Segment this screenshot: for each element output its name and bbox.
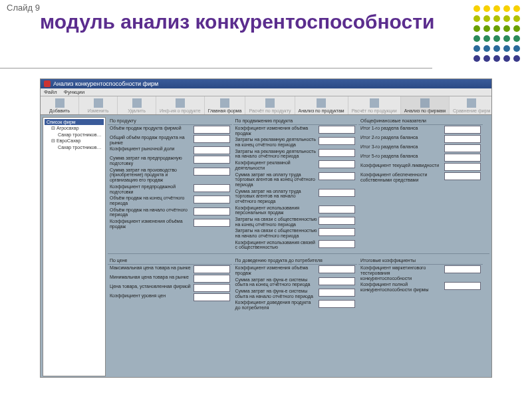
- toolbar-Главная форма[interactable]: Главная форма: [205, 96, 246, 114]
- field-input[interactable]: [319, 289, 355, 297]
- field-input[interactable]: [194, 284, 230, 292]
- field-label: Коэффициент текущей ликвидности: [360, 163, 443, 168]
- field-label: Итог 5-го раздела баланса: [360, 154, 443, 159]
- form-field: Затраты на рекламную деятельность на кон…: [233, 136, 358, 148]
- form-field: Сумма затрат на функ-е системы сбыта на …: [233, 277, 358, 288]
- toolbar-Расчёт по продукции: Расчёт по продукции: [348, 96, 401, 114]
- field-input[interactable]: [194, 168, 230, 176]
- field-label: Коэффициент уровня цен: [110, 293, 192, 299]
- field-input[interactable]: [319, 277, 355, 285]
- field-input[interactable]: [194, 207, 230, 215]
- field-input[interactable]: [319, 228, 355, 236]
- field-label: Сумма затрат на предпродажную подготовку: [110, 156, 192, 166]
- field-label: Сумма затрат на оплату труда торговых аг…: [235, 172, 318, 188]
- form-field: Коэффициент изменения объёма продаж: [233, 265, 358, 276]
- tree-node[interactable]: ⊟ ЕвроСахар: [45, 138, 104, 144]
- field-label: Коэффициент полной конкурентоспособности…: [360, 282, 443, 292]
- field-input[interactable]: [319, 205, 355, 213]
- form-field: Сумма затрат на производство (приобретен…: [108, 167, 232, 184]
- toolbar-icon: [265, 98, 275, 108]
- form-field: Коэффициент уровня цен: [108, 293, 232, 302]
- field-input[interactable]: [444, 282, 481, 290]
- field-input[interactable]: [194, 135, 230, 143]
- field-label: Затраты на рекламную деятельность на нач…: [235, 149, 318, 159]
- section-header: Общефинансовые показатели: [358, 117, 483, 125]
- form-field: Итог 2-го раздела баланса: [358, 134, 483, 144]
- field-label: Коэффициент изменения объёма продаж: [235, 126, 318, 136]
- form-field: Коэффициент рыночной доли: [108, 146, 232, 155]
- form-field: Коэффициент изменения объёма продаж: [233, 125, 358, 136]
- field-label: Коэффициент маркетингового тестирования …: [360, 265, 443, 281]
- field-input[interactable]: [194, 293, 230, 301]
- form-field: Сумма затрат на предпродажную подготовку: [108, 155, 232, 166]
- field-input[interactable]: [194, 146, 230, 154]
- tree-root[interactable]: Список фирм: [45, 119, 104, 125]
- decorative-dots: [473, 5, 520, 62]
- menu-file[interactable]: Файл: [44, 89, 57, 95]
- workspace: Список фирм ⊟ АгросахарСахар тростников……: [41, 115, 491, 378]
- field-input[interactable]: [319, 240, 355, 248]
- toolbar-Сравнение фирм: Сравнение фирм: [450, 96, 492, 114]
- toolbar-Удалить: Удалить: [118, 96, 156, 114]
- tree-leaf[interactable]: Сахар тростников…: [45, 132, 104, 138]
- field-input[interactable]: [194, 275, 230, 283]
- field-input[interactable]: [194, 265, 230, 273]
- field-label: Сумма затрат на оплату труда торговых аг…: [235, 189, 318, 204]
- field-input[interactable]: [319, 300, 355, 308]
- field-label: Итог 3-го раздела баланса: [360, 144, 443, 150]
- form-field: Итог 5-го раздела баланса: [358, 153, 483, 162]
- field-input[interactable]: [194, 196, 230, 203]
- window-titlebar[interactable]: Анализ конкурентоспособности фирм: [41, 79, 491, 88]
- field-input[interactable]: [319, 149, 355, 157]
- field-input[interactable]: [444, 135, 481, 143]
- field-label: Объём продаж на конец отчётного периода: [110, 196, 192, 205]
- field-input[interactable]: [319, 172, 355, 180]
- field-input[interactable]: [444, 154, 481, 162]
- toolbar-Добавить[interactable]: Добавить: [41, 96, 79, 114]
- form-field: Объём продаж на конец отчётного периода: [108, 195, 232, 206]
- toolbar-icon: [467, 98, 476, 108]
- toolbar-Анализ по фирмам[interactable]: Анализ по фирмам: [401, 96, 450, 114]
- field-input[interactable]: [194, 156, 230, 164]
- tree-node[interactable]: ⊟ Агросахар: [45, 125, 104, 132]
- field-input[interactable]: [319, 137, 355, 145]
- form-field: Минимальная цена товара на рынке: [108, 274, 232, 283]
- field-input[interactable]: [319, 217, 355, 225]
- field-label: Коэффициент рекламной деятельности: [235, 160, 318, 170]
- section-header: Итоговые коэффициенты: [358, 257, 483, 265]
- field-label: Цена товара, установленная фирмой: [110, 284, 192, 289]
- field-input[interactable]: [319, 265, 355, 273]
- form-field: Общий объём продаж продукта на рынке: [108, 134, 232, 146]
- form-field: Коэффициент рекламной деятельности: [233, 160, 358, 171]
- form-field: Итог 3-го раздела баланса: [358, 144, 483, 153]
- firm-tree[interactable]: Список фирм ⊟ АгросахарСахар тростников……: [43, 117, 106, 376]
- menu-bar: Файл Функции: [41, 88, 491, 96]
- form-field: Коэффициент маркетингового тестирования …: [358, 265, 483, 281]
- field-input[interactable]: [444, 126, 481, 134]
- form-field: Коэффициент изменения объёма продаж: [108, 218, 232, 229]
- form-field: Сумма затрат на оплату труда торговых аг…: [233, 188, 358, 205]
- field-input[interactable]: [444, 144, 481, 152]
- field-label: Коэффициент рыночной доли: [110, 146, 192, 152]
- field-label: Затраты на связи с общественностью на ко…: [235, 217, 318, 227]
- field-input[interactable]: [194, 184, 230, 192]
- section-header: По продвижению продукта: [233, 117, 358, 125]
- menu-functions[interactable]: Функции: [64, 89, 85, 95]
- tree-leaf[interactable]: Сахар тростников…: [45, 144, 104, 150]
- field-input[interactable]: [444, 172, 481, 180]
- field-input[interactable]: [444, 163, 481, 171]
- field-label: Коэффициент изменения объёма продаж: [235, 265, 318, 275]
- field-input[interactable]: [194, 126, 230, 134]
- toolbar-Анализ по продуктам[interactable]: Анализ по продуктам: [295, 96, 348, 114]
- field-input[interactable]: [444, 265, 481, 273]
- app-window: Анализ конкурентоспособности фирм Файл Ф…: [40, 78, 492, 378]
- divider: [0, 68, 432, 68]
- form-field: Затраты на связи с общественностью на на…: [233, 227, 358, 239]
- field-input[interactable]: [319, 189, 355, 197]
- form-field: Объём продаж на начало отчётного периода: [108, 207, 232, 218]
- field-input[interactable]: [319, 126, 355, 134]
- field-input[interactable]: [194, 219, 230, 227]
- field-label: Коэффициент использования персональных п…: [235, 205, 318, 215]
- field-input[interactable]: [319, 160, 355, 168]
- field-label: Минимальная цена товара на рынке: [110, 275, 192, 280]
